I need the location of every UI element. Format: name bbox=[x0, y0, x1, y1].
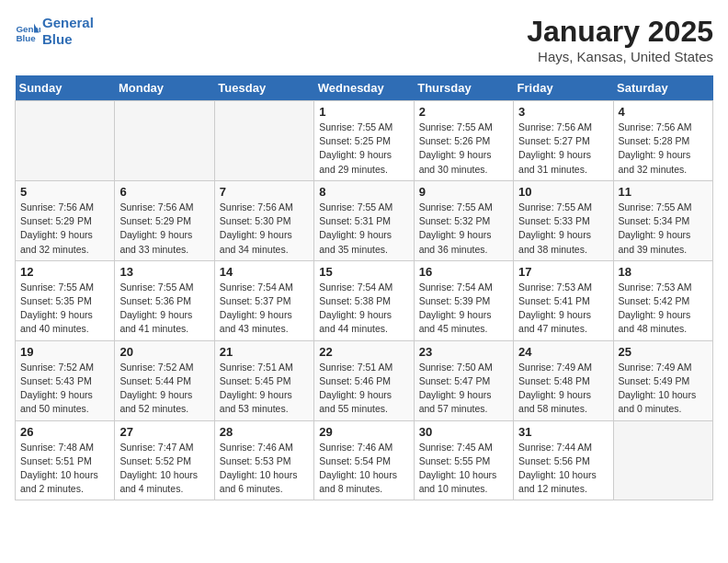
calendar-cell: 22Sunrise: 7:51 AM Sunset: 5:46 PM Dayli… bbox=[314, 340, 414, 420]
day-number: 18 bbox=[619, 265, 708, 279]
day-info: Sunrise: 7:56 AM Sunset: 5:28 PM Dayligh… bbox=[619, 121, 708, 177]
day-info: Sunrise: 7:56 AM Sunset: 5:30 PM Dayligh… bbox=[220, 201, 309, 257]
calendar-cell: 8Sunrise: 7:55 AM Sunset: 5:31 PM Daylig… bbox=[314, 180, 414, 260]
day-info: Sunrise: 7:51 AM Sunset: 5:45 PM Dayligh… bbox=[220, 361, 309, 417]
calendar-week-row: 19Sunrise: 7:52 AM Sunset: 5:43 PM Dayli… bbox=[16, 340, 713, 420]
calendar-cell: 9Sunrise: 7:55 AM Sunset: 5:32 PM Daylig… bbox=[414, 180, 513, 260]
calendar-cell: 13Sunrise: 7:55 AM Sunset: 5:36 PM Dayli… bbox=[115, 260, 214, 340]
calendar-week-row: 26Sunrise: 7:48 AM Sunset: 5:51 PM Dayli… bbox=[16, 420, 713, 500]
weekday-header-wednesday: Wednesday bbox=[314, 75, 414, 101]
day-info: Sunrise: 7:50 AM Sunset: 5:47 PM Dayligh… bbox=[419, 361, 508, 417]
calendar-cell: 3Sunrise: 7:56 AM Sunset: 5:27 PM Daylig… bbox=[514, 101, 613, 181]
day-info: Sunrise: 7:53 AM Sunset: 5:41 PM Dayligh… bbox=[518, 281, 608, 337]
day-info: Sunrise: 7:56 AM Sunset: 5:29 PM Dayligh… bbox=[119, 201, 209, 257]
calendar-cell: 11Sunrise: 7:55 AM Sunset: 5:34 PM Dayli… bbox=[613, 180, 712, 260]
day-info: Sunrise: 7:45 AM Sunset: 5:55 PM Dayligh… bbox=[419, 441, 508, 497]
day-info: Sunrise: 7:55 AM Sunset: 5:36 PM Dayligh… bbox=[119, 281, 209, 337]
day-number: 13 bbox=[119, 265, 209, 279]
day-number: 24 bbox=[518, 345, 608, 359]
day-info: Sunrise: 7:51 AM Sunset: 5:46 PM Dayligh… bbox=[319, 361, 408, 417]
day-info: Sunrise: 7:56 AM Sunset: 5:29 PM Dayligh… bbox=[20, 201, 109, 257]
day-number: 25 bbox=[619, 345, 708, 359]
day-number: 11 bbox=[619, 185, 708, 199]
title-block: January 2025 Hays, Kansas, United States bbox=[527, 15, 713, 64]
day-number: 9 bbox=[419, 185, 508, 199]
weekday-header-thursday: Thursday bbox=[414, 75, 513, 101]
day-number: 4 bbox=[619, 105, 708, 119]
day-info: Sunrise: 7:55 AM Sunset: 5:33 PM Dayligh… bbox=[518, 201, 608, 257]
calendar-cell: 18Sunrise: 7:53 AM Sunset: 5:42 PM Dayli… bbox=[613, 260, 712, 340]
day-number: 2 bbox=[419, 105, 508, 119]
calendar-cell: 2Sunrise: 7:55 AM Sunset: 5:26 PM Daylig… bbox=[414, 101, 513, 181]
day-number: 27 bbox=[119, 425, 209, 439]
day-number: 28 bbox=[220, 425, 309, 439]
day-number: 8 bbox=[319, 185, 408, 199]
weekday-header-saturday: Saturday bbox=[613, 75, 712, 101]
day-number: 26 bbox=[20, 425, 109, 439]
calendar-cell bbox=[16, 101, 115, 181]
day-number: 19 bbox=[20, 345, 109, 359]
calendar-cell: 26Sunrise: 7:48 AM Sunset: 5:51 PM Dayli… bbox=[16, 420, 115, 500]
day-info: Sunrise: 7:46 AM Sunset: 5:54 PM Dayligh… bbox=[319, 441, 408, 497]
day-number: 17 bbox=[518, 265, 608, 279]
main-title: January 2025 bbox=[527, 15, 713, 49]
day-info: Sunrise: 7:55 AM Sunset: 5:35 PM Dayligh… bbox=[20, 281, 109, 337]
day-number: 21 bbox=[220, 345, 309, 359]
day-info: Sunrise: 7:54 AM Sunset: 5:38 PM Dayligh… bbox=[319, 281, 408, 337]
day-info: Sunrise: 7:54 AM Sunset: 5:39 PM Dayligh… bbox=[419, 281, 508, 337]
calendar-cell: 30Sunrise: 7:45 AM Sunset: 5:55 PM Dayli… bbox=[414, 420, 513, 500]
calendar-cell: 15Sunrise: 7:54 AM Sunset: 5:38 PM Dayli… bbox=[314, 260, 414, 340]
day-number: 1 bbox=[319, 105, 408, 119]
calendar-cell: 12Sunrise: 7:55 AM Sunset: 5:35 PM Dayli… bbox=[16, 260, 115, 340]
weekday-header-friday: Friday bbox=[514, 75, 613, 101]
logo-icon: General Blue bbox=[15, 18, 40, 44]
day-number: 15 bbox=[319, 265, 408, 279]
logo: General Blue General Blue bbox=[15, 15, 94, 48]
day-number: 5 bbox=[20, 185, 109, 199]
calendar-cell: 21Sunrise: 7:51 AM Sunset: 5:45 PM Dayli… bbox=[214, 340, 313, 420]
calendar-cell: 31Sunrise: 7:44 AM Sunset: 5:56 PM Dayli… bbox=[514, 420, 613, 500]
calendar-cell: 23Sunrise: 7:50 AM Sunset: 5:47 PM Dayli… bbox=[414, 340, 513, 420]
day-number: 3 bbox=[518, 105, 608, 119]
logo-line1: General bbox=[42, 15, 94, 31]
location-subtitle: Hays, Kansas, United States bbox=[527, 49, 713, 64]
calendar-cell: 19Sunrise: 7:52 AM Sunset: 5:43 PM Dayli… bbox=[16, 340, 115, 420]
calendar-cell: 5Sunrise: 7:56 AM Sunset: 5:29 PM Daylig… bbox=[16, 180, 115, 260]
day-info: Sunrise: 7:47 AM Sunset: 5:52 PM Dayligh… bbox=[119, 441, 209, 497]
calendar-cell: 10Sunrise: 7:55 AM Sunset: 5:33 PM Dayli… bbox=[514, 180, 613, 260]
day-number: 30 bbox=[419, 425, 508, 439]
day-info: Sunrise: 7:55 AM Sunset: 5:34 PM Dayligh… bbox=[619, 201, 708, 257]
calendar-cell: 17Sunrise: 7:53 AM Sunset: 5:41 PM Dayli… bbox=[514, 260, 613, 340]
calendar-cell bbox=[115, 101, 214, 181]
day-number: 22 bbox=[319, 345, 408, 359]
calendar-cell: 16Sunrise: 7:54 AM Sunset: 5:39 PM Dayli… bbox=[414, 260, 513, 340]
calendar-cell bbox=[214, 101, 313, 181]
day-info: Sunrise: 7:52 AM Sunset: 5:43 PM Dayligh… bbox=[20, 361, 109, 417]
calendar-cell: 7Sunrise: 7:56 AM Sunset: 5:30 PM Daylig… bbox=[214, 180, 313, 260]
calendar-cell: 29Sunrise: 7:46 AM Sunset: 5:54 PM Dayli… bbox=[314, 420, 414, 500]
day-number: 31 bbox=[518, 425, 608, 439]
day-info: Sunrise: 7:53 AM Sunset: 5:42 PM Dayligh… bbox=[619, 281, 708, 337]
calendar-cell: 20Sunrise: 7:52 AM Sunset: 5:44 PM Dayli… bbox=[115, 340, 214, 420]
calendar-cell: 25Sunrise: 7:49 AM Sunset: 5:49 PM Dayli… bbox=[613, 340, 712, 420]
day-info: Sunrise: 7:49 AM Sunset: 5:48 PM Dayligh… bbox=[518, 361, 608, 417]
day-info: Sunrise: 7:55 AM Sunset: 5:32 PM Dayligh… bbox=[419, 201, 508, 257]
weekday-header-tuesday: Tuesday bbox=[214, 75, 313, 101]
day-number: 12 bbox=[20, 265, 109, 279]
calendar-cell: 6Sunrise: 7:56 AM Sunset: 5:29 PM Daylig… bbox=[115, 180, 214, 260]
calendar-cell bbox=[613, 420, 712, 500]
svg-text:Blue: Blue bbox=[16, 33, 36, 43]
weekday-header-sunday: Sunday bbox=[16, 75, 115, 101]
day-number: 10 bbox=[518, 185, 608, 199]
calendar-cell: 27Sunrise: 7:47 AM Sunset: 5:52 PM Dayli… bbox=[115, 420, 214, 500]
day-info: Sunrise: 7:48 AM Sunset: 5:51 PM Dayligh… bbox=[20, 441, 109, 497]
day-number: 7 bbox=[220, 185, 309, 199]
day-number: 23 bbox=[419, 345, 508, 359]
day-info: Sunrise: 7:54 AM Sunset: 5:37 PM Dayligh… bbox=[220, 281, 309, 337]
calendar-week-row: 12Sunrise: 7:55 AM Sunset: 5:35 PM Dayli… bbox=[16, 260, 713, 340]
calendar-cell: 24Sunrise: 7:49 AM Sunset: 5:48 PM Dayli… bbox=[514, 340, 613, 420]
day-number: 29 bbox=[319, 425, 408, 439]
day-info: Sunrise: 7:52 AM Sunset: 5:44 PM Dayligh… bbox=[119, 361, 209, 417]
calendar-week-row: 5Sunrise: 7:56 AM Sunset: 5:29 PM Daylig… bbox=[16, 180, 713, 260]
day-info: Sunrise: 7:55 AM Sunset: 5:26 PM Dayligh… bbox=[419, 121, 508, 177]
